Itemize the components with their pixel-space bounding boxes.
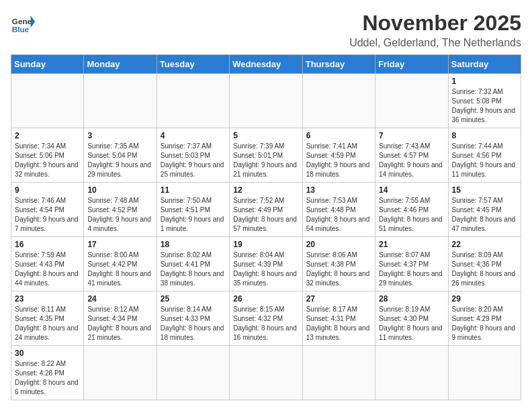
- calendar-cell: 4Sunrise: 7:37 AM Sunset: 5:03 PM Daylig…: [157, 128, 229, 183]
- logo-icon: General Blue: [11, 11, 35, 35]
- calendar-cell: [448, 346, 521, 400]
- day-info: Sunrise: 7:50 AM Sunset: 4:51 PM Dayligh…: [161, 196, 226, 234]
- day-info: Sunrise: 7:41 AM Sunset: 4:59 PM Dayligh…: [306, 142, 371, 179]
- calendar-table: SundayMondayTuesdayWednesdayThursdayFrid…: [11, 54, 521, 400]
- calendar-cell: [375, 346, 448, 400]
- day-number: 7: [379, 131, 444, 140]
- day-info: Sunrise: 7:46 AM Sunset: 4:54 PM Dayligh…: [15, 196, 80, 234]
- day-info: Sunrise: 7:43 AM Sunset: 4:57 PM Dayligh…: [379, 142, 444, 179]
- calendar-cell: 8Sunrise: 7:44 AM Sunset: 4:56 PM Daylig…: [448, 128, 521, 183]
- day-info: Sunrise: 7:48 AM Sunset: 4:52 PM Dayligh…: [87, 196, 152, 234]
- day-info: Sunrise: 7:55 AM Sunset: 4:46 PM Dayligh…: [379, 196, 444, 234]
- calendar-cell: 23Sunrise: 8:11 AM Sunset: 4:35 PM Dayli…: [11, 291, 84, 346]
- weekday-header-friday: Friday: [375, 55, 448, 74]
- calendar-cell: 17Sunrise: 8:00 AM Sunset: 4:42 PM Dayli…: [84, 237, 157, 291]
- calendar-cell: 13Sunrise: 7:53 AM Sunset: 4:48 PM Dayli…: [302, 183, 375, 237]
- day-info: Sunrise: 8:02 AM Sunset: 4:41 PM Dayligh…: [161, 250, 226, 288]
- day-info: Sunrise: 7:32 AM Sunset: 5:08 PM Dayligh…: [452, 87, 517, 125]
- calendar-cell: 26Sunrise: 8:15 AM Sunset: 4:32 PM Dayli…: [230, 291, 302, 346]
- day-number: 9: [15, 185, 80, 195]
- day-number: 24: [87, 294, 152, 304]
- day-info: Sunrise: 7:34 AM Sunset: 5:06 PM Dayligh…: [15, 142, 80, 179]
- day-number: 5: [233, 131, 298, 140]
- calendar-cell: 29Sunrise: 8:20 AM Sunset: 4:29 PM Dayli…: [448, 291, 521, 346]
- day-number: 19: [233, 240, 298, 249]
- calendar-cell: 2Sunrise: 7:34 AM Sunset: 5:06 PM Daylig…: [11, 128, 84, 183]
- calendar-week-row: 30Sunrise: 8:22 AM Sunset: 4:28 PM Dayli…: [11, 346, 521, 400]
- day-number: 25: [161, 294, 226, 304]
- day-info: Sunrise: 8:14 AM Sunset: 4:33 PM Dayligh…: [161, 305, 226, 342]
- day-number: 26: [233, 294, 298, 304]
- calendar-cell: [230, 74, 302, 128]
- month-title: November 2025: [349, 11, 521, 36]
- day-info: Sunrise: 7:37 AM Sunset: 5:03 PM Dayligh…: [161, 142, 226, 179]
- calendar-cell: 9Sunrise: 7:46 AM Sunset: 4:54 PM Daylig…: [11, 183, 84, 237]
- calendar-cell: 24Sunrise: 8:12 AM Sunset: 4:34 PM Dayli…: [84, 291, 157, 346]
- calendar-cell: 7Sunrise: 7:43 AM Sunset: 4:57 PM Daylig…: [375, 128, 448, 183]
- calendar-cell: 21Sunrise: 8:07 AM Sunset: 4:37 PM Dayli…: [375, 237, 448, 291]
- day-number: 30: [15, 349, 80, 358]
- day-info: Sunrise: 7:39 AM Sunset: 5:01 PM Dayligh…: [233, 142, 298, 179]
- day-info: Sunrise: 7:35 AM Sunset: 5:04 PM Dayligh…: [87, 142, 152, 179]
- weekday-header-monday: Monday: [84, 55, 157, 74]
- calendar-cell: 30Sunrise: 8:22 AM Sunset: 4:28 PM Dayli…: [11, 346, 84, 400]
- calendar-cell: 27Sunrise: 8:17 AM Sunset: 4:31 PM Dayli…: [302, 291, 375, 346]
- day-number: 21: [379, 240, 444, 249]
- calendar-cell: 18Sunrise: 8:02 AM Sunset: 4:41 PM Dayli…: [157, 237, 229, 291]
- day-number: 4: [161, 131, 226, 140]
- weekday-header-saturday: Saturday: [448, 55, 521, 74]
- day-number: 3: [87, 131, 152, 140]
- calendar-cell: 20Sunrise: 8:06 AM Sunset: 4:38 PM Dayli…: [302, 237, 375, 291]
- calendar-cell: 1Sunrise: 7:32 AM Sunset: 5:08 PM Daylig…: [448, 74, 521, 128]
- day-number: 17: [87, 240, 152, 249]
- calendar-cell: 6Sunrise: 7:41 AM Sunset: 4:59 PM Daylig…: [302, 128, 375, 183]
- day-info: Sunrise: 8:09 AM Sunset: 4:36 PM Dayligh…: [452, 250, 517, 288]
- calendar-cell: [375, 74, 448, 128]
- day-info: Sunrise: 8:17 AM Sunset: 4:31 PM Dayligh…: [306, 305, 371, 342]
- weekday-header-thursday: Thursday: [302, 55, 375, 74]
- day-number: 23: [15, 294, 80, 304]
- calendar-cell: 5Sunrise: 7:39 AM Sunset: 5:01 PM Daylig…: [230, 128, 302, 183]
- title-area: November 2025 Uddel, Gelderland, The Net…: [349, 11, 521, 49]
- day-number: 18: [161, 240, 226, 249]
- calendar-cell: [84, 74, 157, 128]
- calendar-week-row: 16Sunrise: 7:59 AM Sunset: 4:43 PM Dayli…: [11, 237, 521, 291]
- day-info: Sunrise: 8:07 AM Sunset: 4:37 PM Dayligh…: [379, 250, 444, 288]
- calendar-cell: [302, 346, 375, 400]
- day-info: Sunrise: 7:53 AM Sunset: 4:48 PM Dayligh…: [306, 196, 371, 234]
- svg-text:Blue: Blue: [12, 25, 30, 34]
- day-number: 22: [452, 240, 517, 249]
- day-info: Sunrise: 8:19 AM Sunset: 4:30 PM Dayligh…: [379, 305, 444, 342]
- day-number: 28: [379, 294, 444, 304]
- day-number: 13: [306, 185, 371, 195]
- day-number: 8: [452, 131, 517, 140]
- calendar-week-row: 1Sunrise: 7:32 AM Sunset: 5:08 PM Daylig…: [11, 74, 521, 128]
- calendar-cell: [302, 74, 375, 128]
- day-number: 10: [87, 185, 152, 195]
- calendar-week-row: 2Sunrise: 7:34 AM Sunset: 5:06 PM Daylig…: [11, 128, 521, 183]
- calendar-cell: 28Sunrise: 8:19 AM Sunset: 4:30 PM Dayli…: [375, 291, 448, 346]
- calendar-cell: [11, 74, 84, 128]
- day-number: 15: [452, 185, 517, 195]
- calendar-cell: 22Sunrise: 8:09 AM Sunset: 4:36 PM Dayli…: [448, 237, 521, 291]
- calendar-cell: 19Sunrise: 8:04 AM Sunset: 4:39 PM Dayli…: [230, 237, 302, 291]
- weekday-header-wednesday: Wednesday: [230, 55, 302, 74]
- day-info: Sunrise: 7:52 AM Sunset: 4:49 PM Dayligh…: [233, 196, 298, 234]
- day-info: Sunrise: 8:12 AM Sunset: 4:34 PM Dayligh…: [87, 305, 152, 342]
- day-number: 1: [452, 77, 517, 86]
- calendar-cell: 3Sunrise: 7:35 AM Sunset: 5:04 PM Daylig…: [84, 128, 157, 183]
- calendar-cell: 15Sunrise: 7:57 AM Sunset: 4:45 PM Dayli…: [448, 183, 521, 237]
- day-number: 27: [306, 294, 371, 304]
- day-number: 11: [161, 185, 226, 195]
- calendar-week-row: 9Sunrise: 7:46 AM Sunset: 4:54 PM Daylig…: [11, 183, 521, 237]
- calendar-week-row: 23Sunrise: 8:11 AM Sunset: 4:35 PM Dayli…: [11, 291, 521, 346]
- day-info: Sunrise: 7:57 AM Sunset: 4:45 PM Dayligh…: [452, 196, 517, 234]
- day-number: 14: [379, 185, 444, 195]
- page-header: General Blue November 2025 Uddel, Gelder…: [11, 11, 521, 49]
- day-info: Sunrise: 7:59 AM Sunset: 4:43 PM Dayligh…: [15, 250, 80, 288]
- calendar-cell: 14Sunrise: 7:55 AM Sunset: 4:46 PM Dayli…: [375, 183, 448, 237]
- day-info: Sunrise: 8:04 AM Sunset: 4:39 PM Dayligh…: [233, 250, 298, 288]
- day-number: 12: [233, 185, 298, 195]
- day-info: Sunrise: 8:11 AM Sunset: 4:35 PM Dayligh…: [15, 305, 80, 342]
- day-number: 2: [15, 131, 80, 140]
